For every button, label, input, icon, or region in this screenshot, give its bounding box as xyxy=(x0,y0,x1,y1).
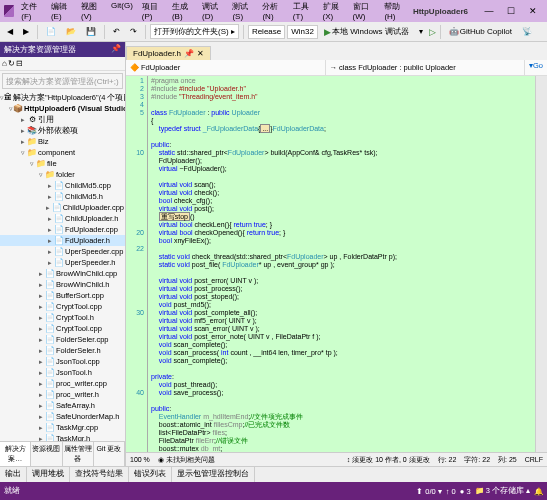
open-button[interactable]: 📂 xyxy=(62,25,80,38)
minimize-button[interactable]: — xyxy=(479,4,499,18)
editor-tab[interactable]: FdUploader.h 📌 ✕ xyxy=(126,46,211,60)
vertical-scrollbar[interactable] xyxy=(535,76,547,452)
tab-pkgmgr[interactable]: 显示包管理器控制台 xyxy=(172,467,255,482)
play-noDebug-icon[interactable]: ▷ xyxy=(429,27,436,37)
platform-combo[interactable]: Win32 xyxy=(287,25,318,39)
go-button[interactable]: ▾Go xyxy=(525,60,547,75)
menu-window[interactable]: 窗口(W) xyxy=(349,0,380,23)
menu-git[interactable]: Git(G) xyxy=(107,0,137,23)
tab-pin-icon[interactable]: 📌 xyxy=(184,49,194,58)
save-button[interactable]: 💾 xyxy=(82,25,100,38)
refs-node[interactable]: ▸⚙引用 xyxy=(0,114,125,125)
status-changes[interactable]: ⬆ 0/0 ▾ xyxy=(416,487,442,496)
window-title: HttpUploader6 xyxy=(413,7,468,16)
ext-deps-node[interactable]: ▸📚外部依赖项 xyxy=(0,125,125,136)
biz-folder[interactable]: ▸📁Biz xyxy=(0,136,125,147)
main-menu: 文件(F) 编辑(E) 视图(V) Git(G) 项目(P) 生成(B) 调试(… xyxy=(17,0,410,23)
open-folder-button[interactable]: 打开到你的文件夹(S) ▸ xyxy=(150,24,239,39)
status-repos[interactable]: 📁 3 个存储库 ▴ xyxy=(475,486,530,496)
menu-ext[interactable]: 扩展(X) xyxy=(319,0,348,23)
nav-fwd-button[interactable]: ▶ xyxy=(19,25,33,38)
file-item[interactable]: ▸📄ChildMd5.cpp xyxy=(0,180,125,191)
file-item[interactable]: ▸📄CryptTool.cpp xyxy=(0,323,125,334)
folder-folder[interactable]: ▿📁folder xyxy=(0,169,125,180)
file-item[interactable]: ▸📄proc_writer.h xyxy=(0,389,125,400)
live-share-button[interactable]: 📡 xyxy=(518,25,536,38)
menu-debug[interactable]: 调试(D) xyxy=(198,0,227,23)
zoom-level[interactable]: 100 % xyxy=(130,456,150,463)
home-icon[interactable]: ⌂ xyxy=(2,59,7,68)
file-item[interactable]: ▸📄ChildUploader.h xyxy=(0,213,125,224)
file-item[interactable]: ▸📄BrowWinChild.h xyxy=(0,279,125,290)
file-item[interactable]: ▸📄proc_writer.cpp xyxy=(0,378,125,389)
tab-callstack[interactable]: 调用堆栈 xyxy=(27,467,70,482)
file-item[interactable]: ▸📄CryptTool.h xyxy=(0,312,125,323)
code-editor: FdUploader.h 📌 ✕ 🔶FdUploader → class FdU… xyxy=(126,42,547,466)
debug-dropdown[interactable]: ▾ xyxy=(415,25,427,38)
collapse-icon[interactable]: ⊟ xyxy=(16,59,23,68)
tab-solution[interactable]: 解决方案… xyxy=(0,442,31,466)
menu-view[interactable]: 视图(V) xyxy=(77,0,106,23)
code-content[interactable]: #pragma once #include #include "Uploader… xyxy=(148,76,535,452)
status-pending[interactable]: ● 3 xyxy=(460,487,471,496)
menu-tools[interactable]: 工具(T) xyxy=(289,0,318,23)
refresh-icon[interactable]: ↻ xyxy=(8,59,15,68)
file-item[interactable]: ▸📄SafeUnorderMap.h xyxy=(0,411,125,422)
start-debug-button[interactable]: ▶本地 Windows 调试器 xyxy=(320,24,413,39)
file-item[interactable]: ▸📄CryptTool.cpp xyxy=(0,301,125,312)
file-item[interactable]: ▸📄ChildMd5.h xyxy=(0,191,125,202)
tab-errorlist[interactable]: 错误列表 xyxy=(129,467,172,482)
nav-back-button[interactable]: ◀ xyxy=(3,25,17,38)
search-input[interactable]: 搜索解决方案资源管理器(Ctrl+;) xyxy=(2,73,123,89)
undo-button[interactable]: ↶ xyxy=(109,25,124,38)
menu-help[interactable]: 帮助(H) xyxy=(380,0,409,23)
file-item[interactable]: ▸📄BufferSort.cpp xyxy=(0,290,125,301)
file-folder[interactable]: ▿📁file xyxy=(0,158,125,169)
menu-test[interactable]: 测试(S) xyxy=(228,0,257,23)
project-node[interactable]: ▿📦HttpUploader6 (Visual Studio 2013) xyxy=(0,103,125,114)
encoding-indicator[interactable]: CRLF xyxy=(525,456,543,463)
solution-node[interactable]: ▿🏛解决方案"HttpUploader6"(4 个项目, 共 xyxy=(0,92,125,103)
file-item[interactable]: ▸📄FdUploader.cpp xyxy=(0,224,125,235)
file-item[interactable]: ▸📄BrowWinChild.cpp xyxy=(0,268,125,279)
maximize-button[interactable]: ☐ xyxy=(501,4,521,18)
file-item[interactable]: ▸📄TaskMgr.cpp xyxy=(0,422,125,433)
file-item[interactable]: ▸📄UperSpeeder.cpp xyxy=(0,246,125,257)
config-combo[interactable]: Release xyxy=(248,25,285,39)
menu-analyze[interactable]: 分析(N) xyxy=(258,0,287,23)
file-item[interactable]: ▸📄JsonTool.cpp xyxy=(0,356,125,367)
tab-resource[interactable]: 资源视图 xyxy=(31,442,62,466)
tab-findsymbol[interactable]: 查找符号结果 xyxy=(70,467,129,482)
menu-project[interactable]: 项目(P) xyxy=(138,0,167,23)
code-surface[interactable]: 123451020223040506061 #pragma once #incl… xyxy=(126,76,547,452)
pin-icon[interactable]: 📌 xyxy=(111,44,121,55)
status-push[interactable]: ↑ 0 xyxy=(446,487,456,496)
menu-file[interactable]: 文件(F) xyxy=(17,0,46,23)
file-item[interactable]: ▸📄FolderSeler.cpp xyxy=(0,334,125,345)
file-item-selected[interactable]: ▸📄FdUploader.h xyxy=(0,235,125,246)
close-button[interactable]: ✕ xyxy=(523,4,543,18)
file-item[interactable]: ▸📄UperSpeeder.h xyxy=(0,257,125,268)
solution-tree: ▿🏛解决方案"HttpUploader6"(4 个项目, 共 ▿📦HttpUpl… xyxy=(0,91,125,441)
file-item[interactable]: ▸📄ChildUploader.cpp xyxy=(0,202,125,213)
file-item[interactable]: ▸📄SafeArray.h xyxy=(0,400,125,411)
new-button[interactable]: 📄 xyxy=(42,25,60,38)
tab-props[interactable]: 属性管理器 xyxy=(63,442,94,466)
copilot-button[interactable]: 🤖 GitHub Copilot xyxy=(445,25,516,38)
tab-output[interactable]: 输出 xyxy=(0,467,27,482)
redo-button[interactable]: ↷ xyxy=(126,25,141,38)
issues-indicator[interactable]: ◉ 未找到相关问题 xyxy=(158,455,215,465)
line-indicator: 行: 22 xyxy=(438,455,457,465)
file-item[interactable]: ▸📄JsonTool.h xyxy=(0,367,125,378)
menu-edit[interactable]: 编辑(E) xyxy=(47,0,76,23)
col-indicator: 字符: 22 xyxy=(464,455,490,465)
tab-close-icon[interactable]: ✕ xyxy=(197,49,204,58)
file-item[interactable]: ▸📄FolderSeler.h xyxy=(0,345,125,356)
menu-build[interactable]: 生成(B) xyxy=(168,0,197,23)
file-item[interactable]: ▸📄TaskMgr.h xyxy=(0,433,125,441)
component-folder[interactable]: ▿📁component xyxy=(0,147,125,158)
notification-icon[interactable]: 🔔 xyxy=(534,487,543,496)
class-combo[interactable]: 🔶FdUploader xyxy=(126,60,326,75)
member-combo[interactable]: → class FdUploader : public Uploader xyxy=(326,60,526,75)
tab-git[interactable]: Git 更改 xyxy=(94,442,125,466)
